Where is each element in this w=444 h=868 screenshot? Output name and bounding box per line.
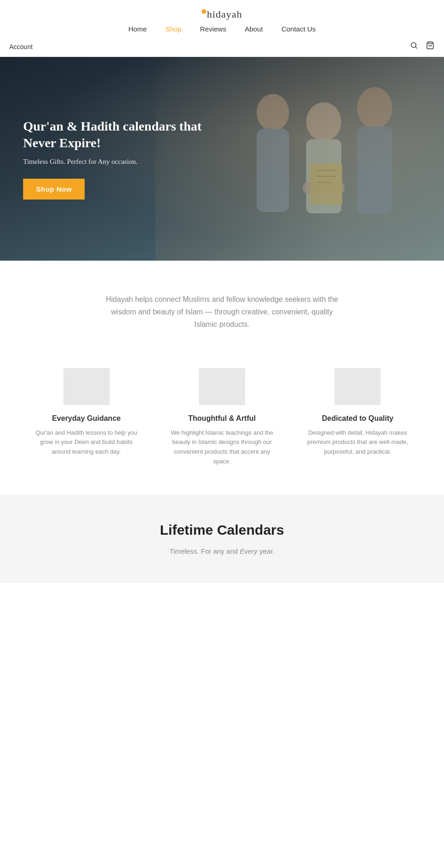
logo-text: hidayah [207, 8, 242, 20]
svg-point-0 [411, 43, 416, 48]
nav-home[interactable]: Home [128, 25, 147, 33]
nav-shop[interactable]: Shop [165, 25, 181, 33]
cart-icon [426, 41, 435, 50]
feature-artful-desc: We highlight Islamic teachings and the b… [168, 428, 276, 467]
feature-artful-title: Thoughtful & Artful [168, 414, 276, 423]
svg-line-1 [415, 47, 417, 48]
mission-section: Hidayah helps connect Muslims and fellow… [0, 261, 444, 354]
hero-subheading: Timeless Gifts. Perfect for Any occasion… [23, 158, 208, 166]
svg-rect-4 [257, 129, 289, 212]
lifetime-heading: Lifetime Calendars [18, 522, 426, 538]
feature-quality: Dedicated to Quality Designed with detai… [290, 368, 426, 467]
feature-quality-image [334, 368, 381, 405]
lifetime-subtext-prefix: Timeless. For any and [169, 547, 240, 555]
site-header: hidayah Home Shop Reviews About Contact … [0, 0, 444, 57]
hero-section: Qur'an & Hadith calendars that Never Exp… [0, 57, 444, 261]
feature-everyday-desc: Qur'an and Hadith lessons to help you gr… [32, 428, 140, 457]
feature-everyday-title: Everyday Guidance [32, 414, 140, 423]
feature-artful-image [199, 368, 245, 405]
mission-text: Hidayah helps connect Muslims and fellow… [102, 293, 342, 331]
hero-image [231, 71, 416, 261]
svg-point-5 [306, 102, 341, 141]
nav-about[interactable]: About [245, 25, 263, 33]
feature-everyday-image [63, 368, 110, 405]
feature-everyday: Everyday Guidance Qur'an and Hadith less… [18, 368, 154, 467]
features-section: Everyday Guidance Qur'an and Hadith less… [0, 354, 444, 494]
main-nav: Home Shop Reviews About Contact Us [128, 25, 315, 33]
lifetime-subtext: Timeless. For any and Every year. [18, 547, 426, 555]
svg-point-3 [257, 94, 289, 131]
hero-heading: Qur'an & Hadith calendars that Never Exp… [23, 118, 208, 152]
site-logo: hidayah [202, 8, 242, 20]
cart-button[interactable] [426, 41, 435, 52]
svg-rect-10 [310, 163, 342, 205]
lifetime-section: Lifetime Calendars Timeless. For any and… [0, 494, 444, 583]
shop-now-button[interactable]: Shop Now [23, 179, 85, 200]
feature-quality-desc: Designed with detail, Hidayah makes prem… [304, 428, 412, 457]
search-button[interactable] [410, 41, 418, 52]
svg-rect-8 [357, 126, 392, 214]
hero-content: Qur'an & Hadith calendars that Never Exp… [0, 118, 231, 200]
svg-point-7 [357, 87, 392, 129]
feature-artful: Thoughtful & Artful We highlight Islamic… [154, 368, 290, 467]
account-link[interactable]: Account [9, 43, 33, 50]
nav-reviews[interactable]: Reviews [200, 25, 226, 33]
logo-icon [202, 9, 206, 14]
nav-contact[interactable]: Contact Us [281, 25, 315, 33]
lifetime-subtext-italic: Every [240, 547, 257, 555]
search-icon [410, 41, 418, 50]
products-section [0, 583, 444, 868]
lifetime-subtext-suffix: year. [258, 547, 275, 555]
feature-quality-title: Dedicated to Quality [304, 414, 412, 423]
